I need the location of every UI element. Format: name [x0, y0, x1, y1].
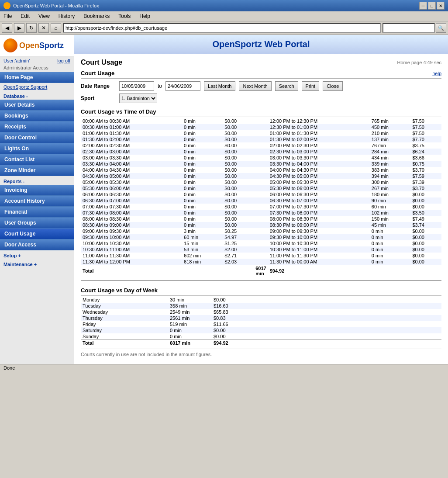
left-cost: $0.25 — [223, 228, 254, 234]
help-link[interactable]: help — [432, 71, 441, 76]
refresh-btn[interactable]: ↻ — [26, 23, 37, 33]
menu-view[interactable]: View — [37, 12, 52, 20]
left-cost: $0.00 — [223, 204, 254, 210]
sidebar-financial[interactable]: Financial — [0, 207, 74, 218]
left-time: 00:30 AM to 01:00 AM — [81, 124, 182, 130]
right-min: 394 min — [370, 173, 411, 179]
sidebar-bookings[interactable]: Bookings — [0, 111, 74, 121]
right-time: 04:30 PM to 05:00 PM — [268, 173, 370, 179]
left-time: 00:00 AM to 00:30 AM — [81, 118, 182, 124]
right-min: 0 min — [370, 259, 411, 265]
home-btn[interactable]: ⌂ — [51, 23, 61, 33]
left-min: 0 min — [182, 197, 223, 204]
left-cost: $0.00 — [223, 167, 254, 173]
forward-btn[interactable]: ▶ — [14, 23, 24, 33]
left-cost: $0.00 — [223, 216, 254, 222]
close-btn[interactable]: ✕ — [437, 2, 445, 10]
search-btn[interactable]: Search — [275, 81, 298, 91]
right-min: 0 min — [370, 240, 411, 246]
left-cost: $0.00 — [223, 222, 254, 228]
date-to-input[interactable] — [165, 81, 200, 91]
browser-search-input[interactable] — [383, 23, 435, 33]
sidebar-court-usage[interactable]: Court Usage — [0, 229, 74, 239]
timing: Home page 4:49 sec — [397, 60, 441, 65]
left-cost: $0.00 — [223, 118, 254, 124]
menu-tools[interactable]: Tools — [117, 12, 132, 20]
logout-link[interactable]: log off — [57, 58, 70, 63]
next-month-btn[interactable]: Next Month — [239, 81, 271, 91]
time-table-row: 03:00 AM to 03:30 AM 0 min $0.00 03:00 P… — [81, 155, 441, 161]
left-cost: $0.00 — [223, 149, 254, 155]
left-min: 0 min — [182, 161, 223, 167]
print-btn[interactable]: Print — [302, 81, 320, 91]
right-min: 45 min — [370, 222, 411, 228]
home-page-btn[interactable]: Home Page — [0, 72, 74, 83]
url-input[interactable] — [65, 25, 378, 31]
sidebar-door-access[interactable]: Door Access — [0, 239, 74, 250]
day-cost: $11.66 — [212, 321, 441, 327]
logo-area: OpenSportz — [0, 35, 74, 56]
day-table-row: Tuesday 358 min $16.60 — [81, 303, 441, 309]
maintenance-label[interactable]: Maintenance + — [0, 259, 74, 268]
time-table-row: 06:30 AM to 07:00 AM 0 min $0.00 06:30 P… — [81, 197, 441, 204]
left-min: 53 min — [182, 246, 223, 253]
sidebar-door-control[interactable]: Door Control — [0, 132, 74, 143]
minimize-btn[interactable]: ─ — [419, 2, 427, 10]
right-time: 06:30 PM to 07:00 PM — [268, 197, 370, 204]
menu-history[interactable]: History — [57, 12, 76, 20]
back-btn[interactable]: ◀ — [2, 23, 12, 33]
sidebar-lights-on[interactable]: Lights On — [0, 143, 74, 154]
time-table-row: 06:00 AM to 06:30 AM 0 min $0.00 06:00 P… — [81, 191, 441, 197]
last-month-btn[interactable]: Last Month — [204, 81, 235, 91]
date-from-input[interactable] — [119, 81, 154, 91]
logo-icon — [3, 38, 17, 52]
left-min: 0 min — [182, 216, 223, 222]
right-time: 08:00 PM to 08:30 PM — [268, 216, 370, 222]
day-name: Sunday — [81, 333, 168, 340]
menu-bookmarks[interactable]: Bookmarks — [82, 12, 111, 20]
sidebar-invoicing[interactable]: Invoicing — [0, 185, 74, 196]
time-table-row: 07:30 AM to 08:00 AM 0 min $0.00 07:30 P… — [81, 210, 441, 216]
day-total-min: 6017 min — [168, 340, 212, 346]
right-time: 11:00 PM to 11:30 PM — [268, 253, 370, 259]
time-table-row: 03:30 AM to 04:00 AM 0 min $0.00 03:30 P… — [81, 161, 441, 167]
support-link[interactable]: OpenSportz Support — [3, 84, 47, 90]
menu-help[interactable]: Help — [138, 12, 152, 20]
day-total-cost: $94.92 — [212, 340, 441, 346]
time-total-label: Total — [81, 265, 254, 277]
database-section-label: Database - — [0, 91, 74, 100]
right-cost: $3.74 — [410, 222, 441, 228]
sidebar-user-groups[interactable]: User Groups — [0, 218, 74, 229]
time-table-row: 09:30 AM to 10:00 AM 60 min $4.97 09:30 … — [81, 234, 441, 240]
left-time: 06:00 AM to 06:30 AM — [81, 191, 182, 197]
browser-search-btn[interactable]: 🔍 — [436, 23, 446, 33]
day-cost: $65.83 — [212, 309, 441, 315]
right-min: 0 min — [370, 253, 411, 259]
left-min: 602 min — [182, 253, 223, 259]
left-cost: $0.00 — [223, 155, 254, 161]
left-time: 07:00 AM to 07:30 AM — [81, 204, 182, 210]
address-bar[interactable] — [63, 23, 381, 33]
maximize-btn[interactable]: □ — [428, 2, 436, 10]
sidebar-zone-minder[interactable]: Zone Minder — [0, 165, 74, 176]
day-min: 0 min — [168, 333, 212, 340]
left-time: 03:30 AM to 04:00 AM — [81, 161, 182, 167]
sport-select[interactable]: 1. Badminton — [119, 94, 157, 103]
setup-label[interactable]: Setup + — [0, 250, 74, 259]
close-btn[interactable]: Close — [323, 81, 343, 91]
menu-file[interactable]: File — [2, 12, 14, 20]
sidebar-account-history[interactable]: Account History — [0, 196, 74, 207]
time-total-min: 6017 min — [254, 265, 268, 277]
sidebar-receipts[interactable]: Receipts — [0, 121, 74, 132]
logo-text: OpenSportz — [19, 41, 64, 50]
page-title-bar: Court Usage Home page 4:49 sec — [81, 59, 441, 66]
sidebar-user-details[interactable]: User Details — [0, 100, 74, 111]
sidebar-contact-list[interactable]: Contact List — [0, 154, 74, 165]
stop-btn[interactable]: ✕ — [38, 23, 49, 33]
left-min: 0 min — [182, 173, 223, 179]
time-table-row: 11:00 AM to 11:30 AM 602 min $2.71 11:00… — [81, 253, 441, 259]
menu-edit[interactable]: Edit — [19, 12, 31, 20]
right-cost: $0.00 — [410, 234, 441, 240]
day-table-title: Court Usage vs Day of Week — [81, 284, 441, 296]
right-time: 10:00 PM to 10:30 PM — [268, 240, 370, 246]
